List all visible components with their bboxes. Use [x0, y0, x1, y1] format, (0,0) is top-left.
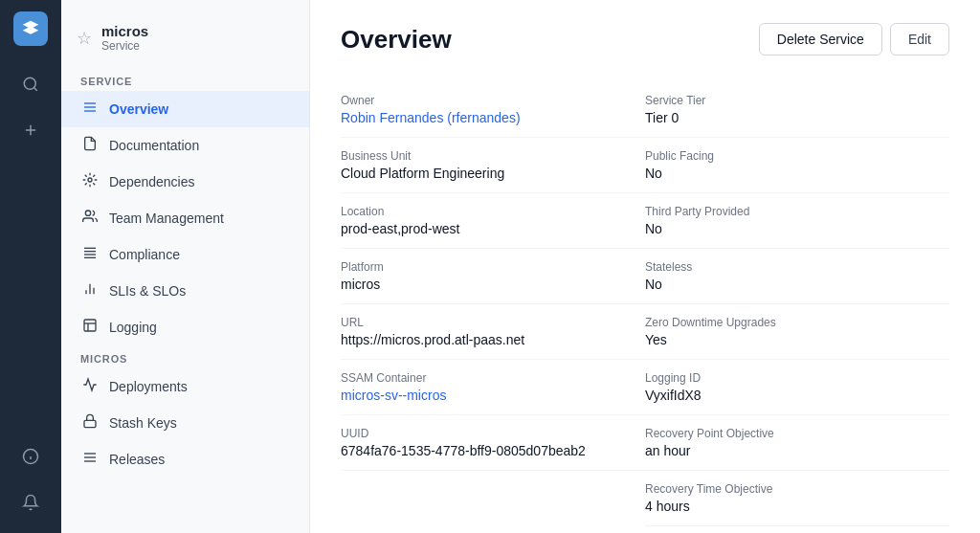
star-icon[interactable]: ☆	[77, 28, 92, 49]
public-facing-label: Public Facing	[645, 149, 911, 163]
sidebar-item-team-management-label: Team Management	[109, 211, 224, 226]
overview-grid: Owner Robin Fernandes (rfernandes) Busin…	[341, 82, 949, 526]
location-label: Location	[341, 205, 607, 218]
location-value: prod-east,prod-west	[341, 221, 607, 236]
field-url: URL https://micros.prod.atl-paas.net	[341, 304, 645, 360]
sidebar-item-team-management[interactable]: Team Management	[61, 200, 309, 236]
field-stateless: Stateless No	[645, 249, 949, 304]
sidebar-item-logging-label: Logging	[109, 320, 157, 335]
field-zero-downtime: Zero Downtime Upgrades Yes	[645, 304, 949, 360]
sidebar-item-dependencies[interactable]: Dependencies	[61, 164, 309, 200]
field-business-unit: Business Unit Cloud Platform Engineering	[341, 138, 645, 193]
info-icon[interactable]	[11, 437, 50, 476]
rto-label: Recovery Time Objective	[645, 482, 911, 496]
field-third-party: Third Party Provided No	[645, 193, 949, 249]
svg-rect-19	[84, 320, 96, 331]
third-party-label: Third Party Provided	[645, 205, 911, 218]
stateless-value: No	[645, 277, 911, 292]
owner-value[interactable]: Robin Fernandes (rfernandes)	[341, 110, 607, 125]
sidebar-item-overview-label: Overview	[109, 101, 168, 117]
owner-label: Owner	[341, 94, 607, 107]
field-platform: Platform micros	[341, 249, 645, 304]
slis-slos-icon	[80, 281, 100, 300]
service-tier-value: Tier 0	[645, 110, 911, 125]
sidebar-item-logging[interactable]: Logging	[61, 309, 309, 345]
sidebar-item-overview[interactable]: Overview	[61, 91, 309, 127]
field-logging-id: Logging ID VyxifIdX8	[645, 360, 949, 415]
svg-point-0	[24, 78, 35, 89]
uuid-value: 6784fa76-1535-4778-bff9-0805d07beab2	[341, 443, 607, 458]
sidebar-item-dependencies-label: Dependencies	[109, 174, 195, 189]
icon-bar	[0, 0, 61, 533]
zero-downtime-label: Zero Downtime Upgrades	[645, 316, 911, 329]
field-location: Location prod-east,prod-west	[341, 193, 645, 249]
service-name: micros	[101, 23, 148, 39]
page-header: Overview Delete Service Edit	[341, 23, 949, 56]
sidebar-item-slis-slos-label: SLIs & SLOs	[109, 283, 186, 299]
svg-point-11	[85, 211, 90, 215]
overview-icon	[80, 100, 100, 119]
uuid-label: UUID	[341, 427, 607, 440]
sidebar: ☆ micros Service SERVICE Overview Docume…	[61, 0, 310, 533]
rpo-value: an hour	[645, 443, 911, 458]
svg-rect-22	[84, 420, 96, 427]
add-icon[interactable]	[11, 111, 50, 149]
field-owner: Owner Robin Fernandes (rfernandes)	[341, 82, 645, 138]
logging-id-value: VyxifIdX8	[645, 388, 911, 403]
ssam-label: SSAM Container	[341, 371, 607, 385]
sidebar-item-stash-keys[interactable]: Stash Keys	[61, 405, 309, 441]
documentation-icon	[80, 136, 100, 155]
url-value: https://micros.prod.atl-paas.net	[341, 332, 607, 347]
logging-id-label: Logging ID	[645, 371, 911, 385]
releases-icon	[80, 450, 100, 469]
url-label: URL	[341, 316, 607, 329]
search-icon[interactable]	[11, 65, 50, 103]
ssam-value[interactable]: micros-sv--micros	[341, 388, 607, 403]
deployments-icon	[80, 377, 100, 396]
micros-section-label: MICROS	[61, 345, 309, 368]
service-info: micros Service	[101, 23, 148, 53]
field-ssam: SSAM Container micros-sv--micros	[341, 360, 645, 415]
app-logo[interactable]	[13, 11, 48, 46]
sidebar-item-deployments-label: Deployments	[109, 379, 188, 394]
sidebar-item-deployments[interactable]: Deployments	[61, 368, 309, 405]
sidebar-item-documentation-label: Documentation	[109, 138, 199, 153]
field-public-facing: Public Facing No	[645, 138, 949, 193]
service-header: ☆ micros Service	[61, 15, 309, 68]
service-section-label: SERVICE	[61, 68, 309, 91]
compliance-icon	[80, 245, 100, 264]
service-type: Service	[101, 39, 148, 53]
field-rto: Recovery Time Objective 4 hours	[645, 471, 949, 526]
edit-button[interactable]: Edit	[890, 23, 949, 56]
sidebar-item-slis-slos[interactable]: SLIs & SLOs	[61, 273, 309, 309]
rto-value: 4 hours	[645, 499, 911, 514]
stash-keys-icon	[80, 413, 100, 433]
business-unit-label: Business Unit	[341, 149, 607, 163]
svg-point-10	[88, 178, 92, 182]
stateless-label: Stateless	[645, 260, 911, 274]
sidebar-item-documentation[interactable]: Documentation	[61, 127, 309, 164]
rpo-label: Recovery Point Objective	[645, 427, 911, 440]
field-rpo: Recovery Point Objective an hour	[645, 415, 949, 471]
delete-service-button[interactable]: Delete Service	[759, 23, 882, 56]
field-service-tier: Service Tier Tier 0	[645, 82, 949, 138]
platform-label: Platform	[341, 260, 607, 274]
main-content: Overview Delete Service Edit Owner Robin…	[310, 0, 980, 533]
notifications-icon[interactable]	[11, 483, 50, 522]
svg-line-1	[33, 87, 36, 90]
sidebar-item-releases[interactable]: Releases	[61, 441, 309, 477]
sidebar-item-releases-label: Releases	[109, 452, 165, 467]
platform-value: micros	[341, 277, 607, 292]
dependencies-icon	[80, 172, 100, 191]
logging-icon	[80, 318, 100, 337]
sidebar-item-compliance-label: Compliance	[109, 247, 180, 262]
sidebar-item-compliance[interactable]: Compliance	[61, 236, 309, 273]
team-management-icon	[80, 209, 100, 228]
service-tier-label: Service Tier	[645, 94, 911, 107]
page-title: Overview	[341, 25, 452, 55]
zero-downtime-value: Yes	[645, 332, 911, 347]
field-uuid: UUID 6784fa76-1535-4778-bff9-0805d07beab…	[341, 415, 645, 471]
public-facing-value: No	[645, 166, 911, 181]
sidebar-item-stash-keys-label: Stash Keys	[109, 415, 177, 431]
third-party-value: No	[645, 221, 911, 236]
